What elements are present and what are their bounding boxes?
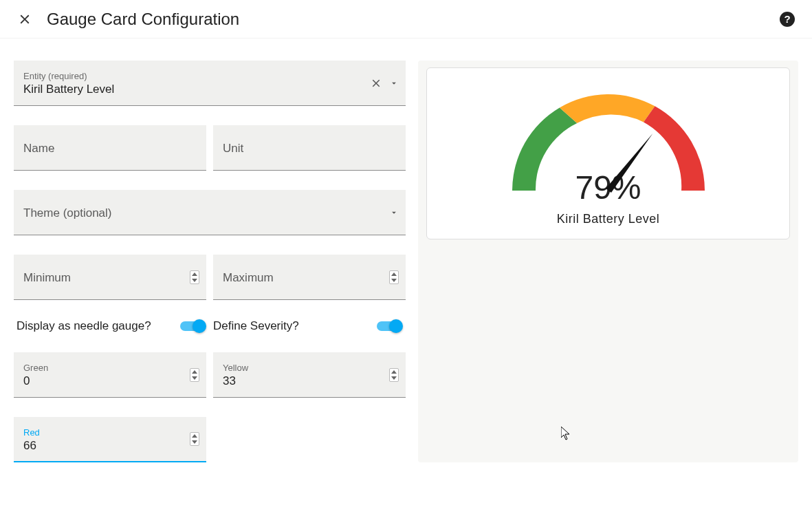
needle-toggle-label: Display as needle gauge? <box>17 319 151 333</box>
clear-entity-button[interactable] <box>370 77 382 89</box>
dialog-header: Gauge Card Configuration ? <box>0 0 812 39</box>
minimum-stepper[interactable] <box>190 270 199 284</box>
dialog-title: Gauge Card Configuration <box>47 10 239 29</box>
name-label: Name <box>23 142 197 156</box>
yellow-field[interactable]: Yellow 33 <box>213 352 406 398</box>
close-button[interactable] <box>11 6 39 33</box>
help-icon: ? <box>779 11 795 28</box>
minimum-label: Minimum <box>23 271 197 285</box>
maximum-label: Maximum <box>223 271 396 285</box>
severity-toggle[interactable] <box>377 319 403 333</box>
updown-icon <box>192 434 197 444</box>
red-stepper[interactable] <box>190 432 199 446</box>
theme-label: Theme (optional) <box>23 206 396 220</box>
entity-label: Entity (required) <box>23 71 396 81</box>
red-label: Red <box>23 427 197 438</box>
red-value: 66 <box>23 439 197 453</box>
updown-icon <box>192 370 197 380</box>
theme-field[interactable]: Theme (optional) <box>14 190 406 235</box>
preview-card: 79% Kiril Battery Level <box>426 67 790 239</box>
chevron-down-icon <box>389 208 399 217</box>
toggle-row: Display as needle gauge? Define Severity… <box>14 319 406 333</box>
green-label: Green <box>23 363 197 373</box>
unit-label: Unit <box>223 142 396 156</box>
theme-dropdown-button[interactable] <box>389 208 399 217</box>
minimum-field[interactable]: Minimum <box>14 255 206 300</box>
green-value: 0 <box>23 374 197 388</box>
gauge-svg <box>505 87 712 197</box>
needle-toggle[interactable] <box>180 319 206 333</box>
svg-text:?: ? <box>784 13 790 25</box>
severity-toggle-label: Define Severity? <box>213 319 299 333</box>
name-field[interactable]: Name <box>14 125 206 171</box>
green-field[interactable]: Green 0 <box>14 352 206 398</box>
gauge-chart <box>505 87 712 197</box>
entity-value: Kiril Battery Level <box>23 83 396 96</box>
dialog-content: Entity (required) Kiril Battery Level Na… <box>0 39 812 462</box>
entity-dropdown-button[interactable] <box>389 78 399 88</box>
gauge-label-text: Kiril Battery Level <box>557 212 660 226</box>
form-column: Entity (required) Kiril Battery Level Na… <box>14 61 406 462</box>
yellow-value: 33 <box>223 374 396 388</box>
svg-marker-2 <box>606 131 655 193</box>
maximum-stepper[interactable] <box>389 270 399 284</box>
preview-column: 79% Kiril Battery Level <box>418 61 798 462</box>
close-icon <box>370 77 382 89</box>
chevron-down-icon <box>389 78 399 88</box>
updown-icon <box>192 272 197 282</box>
maximum-field[interactable]: Maximum <box>213 255 406 300</box>
close-icon <box>17 12 32 27</box>
updown-icon <box>391 272 397 282</box>
updown-icon <box>391 370 397 380</box>
green-stepper[interactable] <box>190 368 199 382</box>
yellow-stepper[interactable] <box>389 368 399 382</box>
red-field[interactable]: Red 66 <box>14 417 206 462</box>
unit-field[interactable]: Unit <box>213 125 406 171</box>
help-button[interactable]: ? <box>773 6 801 33</box>
yellow-label: Yellow <box>223 363 396 373</box>
entity-field[interactable]: Entity (required) Kiril Battery Level <box>14 61 406 106</box>
